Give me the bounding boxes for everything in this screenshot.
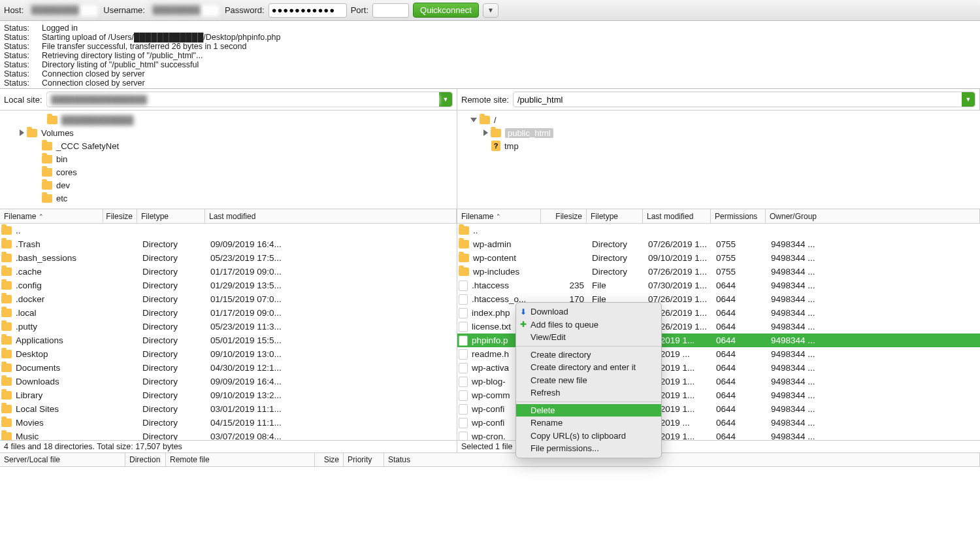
col-lastmod[interactable]: Last modified <box>643 209 711 223</box>
file-row[interactable]: ApplicationsDirectory05/01/2019 15:5... <box>0 333 457 347</box>
menu-view-edit[interactable]: View/Edit <box>516 331 661 344</box>
transfer-queue[interactable] <box>0 467 980 532</box>
tree-label[interactable]: / <box>494 115 497 125</box>
file-row[interactable]: DesktopDirectory09/10/2019 13:0... <box>0 347 457 361</box>
file-row[interactable]: wp-adminDirectory07/26/2019 1...07559498… <box>457 237 980 251</box>
expand-toggle[interactable] <box>483 129 488 136</box>
menu-add-to-queue[interactable]: ✚Add files to queue <box>516 318 661 332</box>
col-filesize[interactable]: Filesize <box>541 209 587 223</box>
col-size[interactable]: Size <box>315 453 344 466</box>
file-permissions: 0644 <box>712 294 767 304</box>
file-row[interactable]: MoviesDirectory04/15/2019 11:1... <box>0 416 457 430</box>
tree-item[interactable]: cores <box>0 165 457 179</box>
remote-site-dropdown[interactable]: ▼ <box>962 92 975 107</box>
local-tree[interactable]: ████████████Volumes_CCC SafetyNetbincore… <box>0 111 457 209</box>
menu-refresh[interactable]: Refresh <box>516 386 661 400</box>
quickconnect-button[interactable]: Quickconnect <box>413 3 479 18</box>
col-server[interactable]: Server/Local file <box>0 453 125 466</box>
tree-item[interactable]: ████████████ <box>0 113 457 126</box>
file-row[interactable]: .localDirectory01/17/2019 09:0... <box>0 306 457 320</box>
file-row[interactable]: .puttyDirectory05/23/2019 11:3... <box>0 320 457 333</box>
tree-item[interactable]: Volumes <box>0 126 457 139</box>
col-permissions[interactable]: Permissions <box>711 209 766 223</box>
file-row[interactable]: .dockerDirectory01/15/2019 07:0... <box>0 292 457 306</box>
menu-copy-urls[interactable]: Copy URL(s) to clipboard <box>516 430 661 443</box>
password-label: Password: <box>225 5 265 15</box>
tree-label[interactable]: tmp <box>504 141 519 151</box>
expand-toggle[interactable] <box>470 118 477 122</box>
log-label: Status: <box>4 33 42 42</box>
tree-label: etc <box>56 194 67 203</box>
file-permissions: 0644 <box>712 281 767 290</box>
menu-delete[interactable]: Delete <box>516 404 661 417</box>
menu-file-permissions[interactable]: File permissions... <box>516 442 661 455</box>
folder-icon <box>27 129 37 137</box>
remote-tree[interactable]: / public_html ?tmp <box>457 111 980 171</box>
menu-create-file[interactable]: Create new file <box>516 374 661 387</box>
col-filetype[interactable]: Filetype <box>137 209 205 223</box>
tree-item[interactable]: _CCC SafetyNet <box>0 139 457 152</box>
menu-download[interactable]: ⬇Download <box>516 305 661 318</box>
port-input[interactable] <box>372 3 409 18</box>
file-icon <box>459 335 468 346</box>
local-site-input[interactable] <box>47 95 439 105</box>
file-owner: 9498344 ... <box>767 404 980 414</box>
menu-rename[interactable]: Rename <box>516 417 661 430</box>
file-owner: 9498344 ... <box>767 239 980 249</box>
folder-icon <box>459 267 469 276</box>
menu-create-directory[interactable]: Create directory <box>516 349 661 362</box>
tree-item[interactable]: etc <box>0 192 457 205</box>
folder-icon <box>1 309 12 317</box>
file-type: Directory <box>139 404 206 414</box>
col-status[interactable]: Status <box>384 453 980 466</box>
col-filesize[interactable]: Filesize <box>103 209 137 223</box>
file-row[interactable]: .cacheDirectory01/17/2019 09:0... <box>0 265 457 279</box>
file-row[interactable]: Local SitesDirectory03/01/2019 11:1... <box>0 402 457 416</box>
log-label: Status: <box>4 24 42 33</box>
local-site-dropdown[interactable]: ▼ <box>439 92 452 107</box>
file-row[interactable]: wp-includesDirectory07/26/2019 1...07559… <box>457 265 980 279</box>
file-row[interactable]: .bash_sessionsDirectory05/23/2019 17:5..… <box>0 251 457 265</box>
log-message: Starting upload of /Users/████████████/D… <box>42 33 280 42</box>
password-input[interactable] <box>269 3 347 18</box>
file-modified: 07/30/2019 1... <box>644 281 712 290</box>
file-row[interactable]: .configDirectory01/29/2019 13:5... <box>0 279 457 292</box>
col-remote[interactable]: Remote file <box>166 453 315 466</box>
host-input[interactable] <box>27 3 99 18</box>
file-row[interactable]: .TrashDirectory09/09/2019 16:4... <box>0 237 457 251</box>
file-row[interactable]: wp-contentDirectory09/10/2019 1...075594… <box>457 251 980 265</box>
file-row[interactable]: DownloadsDirectory09/09/2019 16:4... <box>0 375 457 388</box>
file-size: 235 <box>542 281 588 290</box>
folder-icon <box>42 168 52 177</box>
remote-site-input[interactable] <box>514 95 962 105</box>
tree-item[interactable]: bin <box>0 152 457 165</box>
file-name: wp-blog- <box>472 377 506 386</box>
tree-label-selected[interactable]: public_html <box>505 128 553 138</box>
col-filename[interactable]: Filename⌃ <box>0 209 103 223</box>
file-row[interactable]: LibraryDirectory09/10/2019 13:2... <box>0 388 457 402</box>
file-icon <box>459 294 468 305</box>
file-row[interactable]: .. <box>0 224 457 237</box>
col-filetype[interactable]: Filetype <box>587 209 643 223</box>
username-input[interactable] <box>149 3 221 18</box>
local-file-listing: Filename⌃ Filesize Filetype Last modifie… <box>0 209 457 440</box>
col-owner[interactable]: Owner/Group <box>766 209 980 223</box>
file-name: Library <box>16 390 42 400</box>
col-priority[interactable]: Priority <box>344 453 384 466</box>
col-direction[interactable]: Direction <box>125 453 166 466</box>
col-lastmod[interactable]: Last modified <box>205 209 457 223</box>
tree-label: cores <box>56 167 77 177</box>
file-row[interactable]: .htaccess235File07/30/2019 1...064494983… <box>457 279 980 292</box>
download-icon: ⬇ <box>519 307 528 316</box>
tree-item[interactable]: dev <box>0 179 457 192</box>
file-row[interactable]: MusicDirectory03/07/2019 08:4... <box>0 430 457 440</box>
menu-create-directory-enter[interactable]: Create directory and enter it <box>516 361 661 374</box>
col-filename[interactable]: Filename⌃ <box>457 209 541 223</box>
file-row[interactable]: DocumentsDirectory04/30/2019 12:1... <box>0 361 457 375</box>
file-row[interactable]: .. <box>457 224 980 237</box>
folder-icon <box>1 364 12 372</box>
file-icon <box>459 404 468 415</box>
file-owner: 9498344 ... <box>767 253 980 263</box>
expand-toggle[interactable] <box>20 129 24 136</box>
quickconnect-dropdown[interactable]: ▼ <box>483 3 498 18</box>
